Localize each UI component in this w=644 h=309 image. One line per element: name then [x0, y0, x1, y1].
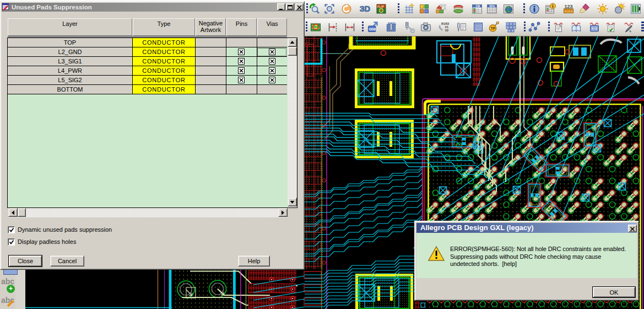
svg-text:V2: V2 — [445, 29, 449, 32]
svg-text:FLIP: FLIP — [377, 5, 384, 8]
svg-text:ODB: ODB — [369, 27, 376, 31]
svg-text:123: 123 — [565, 4, 573, 9]
svg-text:TP: TP — [491, 26, 496, 30]
svg-text:DFA: DFA — [490, 5, 495, 8]
svg-text:CM: CM — [476, 5, 480, 8]
svg-text:3D: 3D — [360, 4, 370, 13]
svg-text:V1: V1 — [445, 25, 449, 29]
